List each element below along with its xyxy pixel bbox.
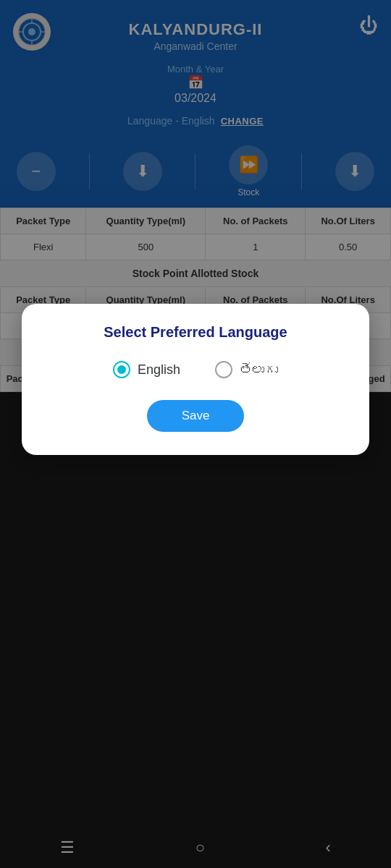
save-button-wrapper: Save [43, 400, 348, 432]
language-dialog: Select Preferred Language English తెలుగు… [22, 304, 369, 455]
language-options: English తెలుగు [43, 361, 348, 378]
radio-telugu-circle [215, 361, 232, 378]
radio-option-telugu[interactable]: తెలుగు [215, 361, 278, 378]
radio-option-english[interactable]: English [113, 361, 180, 378]
radio-telugu-label: తెలుగు [240, 362, 278, 378]
save-button[interactable]: Save [147, 400, 245, 432]
radio-english-label: English [138, 362, 180, 378]
radio-english-circle [113, 361, 130, 378]
dialog-title: Select Preferred Language [43, 324, 348, 341]
radio-english-inner [117, 365, 126, 374]
